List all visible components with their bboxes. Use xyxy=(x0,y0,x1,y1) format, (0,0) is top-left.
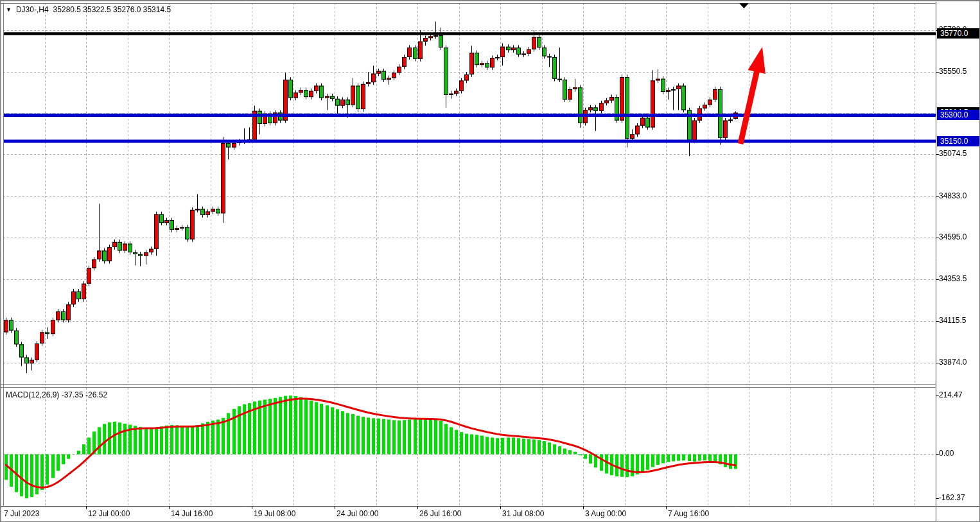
price-badge-35300-0: 35300.0 xyxy=(937,110,979,120)
time-axis-label: 26 Jul 16:00 xyxy=(419,509,461,518)
price-axis-label: 34833.0 xyxy=(939,191,967,200)
price-axis-label: 34595.0 xyxy=(939,232,967,241)
price-chart-canvas[interactable] xyxy=(1,1,980,522)
ohlc-values: 35280.5 35322.5 35276.0 35314.5 xyxy=(53,5,171,14)
price-badge-35150-0: 35150.0 xyxy=(937,136,979,146)
price-axis-label: 34353.5 xyxy=(939,274,967,283)
chart-title: ▼ DJ30-,H4 35280.5 35322.5 35276.0 35314… xyxy=(6,5,171,14)
symbol-dropdown-icon[interactable]: ▼ xyxy=(6,6,12,13)
time-axis-label: 31 Jul 08:00 xyxy=(502,509,544,518)
macd-axis-label: -162.37 xyxy=(939,493,965,502)
time-axis-label: 24 Jul 00:00 xyxy=(337,509,378,518)
time-axis-label: 19 Jul 08:00 xyxy=(254,509,295,518)
time-axis-label: 14 Jul 16:00 xyxy=(171,509,213,518)
price-axis-label: 35074.5 xyxy=(939,149,967,158)
time-axis-label: 7 Aug 16:00 xyxy=(668,509,709,518)
price-badge-35770-0: 35770.0 xyxy=(937,28,979,39)
time-axis-label: 7 Jul 2023 xyxy=(4,509,39,518)
symbol-period-label: DJ30-,H4 xyxy=(16,5,49,14)
price-axis-label: 33874.0 xyxy=(939,358,967,367)
macd-axis-label: 214.47 xyxy=(939,390,963,399)
macd-indicator-label: MACD(12,26,9) -37.35 -26.52 xyxy=(6,390,107,399)
macd-axis-label: 0.00 xyxy=(939,449,954,458)
trading-chart-window: ▼ DJ30-,H4 35280.5 35322.5 35276.0 35314… xyxy=(0,0,980,522)
time-axis-label: 3 Aug 00:00 xyxy=(585,509,626,518)
price-axis-label: 35550.5 xyxy=(939,67,967,76)
time-axis-label: 12 Jul 00:00 xyxy=(88,509,130,518)
price-axis-label: 34115.5 xyxy=(939,316,967,325)
